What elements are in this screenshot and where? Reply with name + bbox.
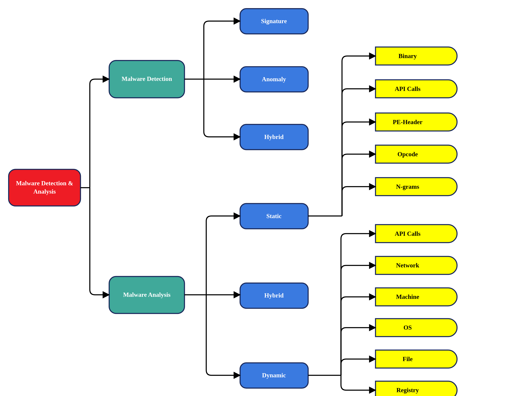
detection-hybrid-node: Hybrid bbox=[240, 124, 308, 150]
opcode-label: Opcode bbox=[397, 151, 418, 158]
edge-root-detection bbox=[90, 79, 109, 188]
binary-label: Binary bbox=[399, 52, 417, 59]
machine-label: Machine bbox=[396, 293, 419, 300]
edge-static-api bbox=[342, 89, 376, 216]
api-dynamic-leaf: API Calls bbox=[376, 225, 457, 243]
registry-label: Registry bbox=[396, 387, 419, 394]
signature-label: Signature bbox=[261, 18, 287, 24]
pe-leaf: PE-Header bbox=[376, 113, 457, 131]
edge-root-analysis bbox=[90, 188, 109, 295]
network-leaf: Network bbox=[376, 256, 457, 274]
os-leaf: OS bbox=[376, 319, 457, 337]
registry-leaf: Registry bbox=[376, 381, 457, 396]
dynamic-label: Dynamic bbox=[262, 372, 286, 379]
detection-hybrid-label: Hybrid bbox=[264, 134, 284, 140]
svg-rect-0 bbox=[9, 169, 81, 206]
edge-analysis-dynamic bbox=[206, 295, 240, 375]
edge-detection-hybrid bbox=[204, 79, 240, 137]
ngrams-label: N-grams bbox=[396, 183, 419, 190]
edge-static-ngrams bbox=[342, 187, 376, 216]
opcode-leaf: Opcode bbox=[376, 145, 457, 163]
edge-detection-signature bbox=[204, 21, 240, 79]
edge-static-pe bbox=[342, 122, 376, 216]
root-node: Malware Detection & Analysis bbox=[9, 169, 81, 206]
malware-detection-node: Malware Detection bbox=[109, 60, 185, 98]
os-label: OS bbox=[404, 324, 412, 331]
ngrams-leaf: N-grams bbox=[376, 178, 457, 196]
edge-analysis-static bbox=[206, 216, 240, 295]
api-static-label: API Calls bbox=[395, 85, 421, 92]
edge-dynamic-machine bbox=[341, 297, 376, 375]
edge-static-opcode bbox=[342, 154, 376, 216]
root-label-line2: Analysis bbox=[33, 188, 56, 195]
analysis-hybrid-node: Hybrid bbox=[240, 283, 308, 308]
static-label: Static bbox=[266, 213, 282, 220]
anomaly-node: Anomaly bbox=[240, 67, 308, 92]
root-label-line1: Malware Detection & bbox=[16, 180, 73, 187]
analysis-hybrid-label: Hybrid bbox=[264, 292, 284, 299]
static-node: Static bbox=[240, 204, 308, 229]
api-dynamic-label: API Calls bbox=[395, 230, 421, 237]
edge-dynamic-os bbox=[341, 327, 376, 375]
pe-label: PE-Header bbox=[393, 119, 422, 126]
diagram-canvas: Malware Detection & Analysis Malware Det… bbox=[0, 0, 532, 396]
malware-analysis-node: Malware Analysis bbox=[109, 276, 185, 313]
anomaly-label: Anomaly bbox=[262, 76, 286, 83]
machine-leaf: Machine bbox=[376, 288, 457, 306]
network-label: Network bbox=[396, 262, 419, 269]
binary-leaf: Binary bbox=[376, 47, 457, 65]
edge-dynamic-api bbox=[341, 234, 376, 375]
file-leaf: File bbox=[376, 350, 457, 368]
malware-detection-label: Malware Detection bbox=[122, 75, 172, 82]
api-static-leaf: API Calls bbox=[376, 80, 457, 98]
file-label: File bbox=[403, 355, 413, 362]
edge-static-binary bbox=[342, 56, 376, 216]
edge-dynamic-registry bbox=[341, 375, 376, 390]
malware-analysis-label: Malware Analysis bbox=[123, 291, 171, 298]
edge-dynamic-file bbox=[341, 359, 376, 375]
dynamic-node: Dynamic bbox=[240, 363, 308, 388]
signature-node: Signature bbox=[240, 9, 308, 34]
